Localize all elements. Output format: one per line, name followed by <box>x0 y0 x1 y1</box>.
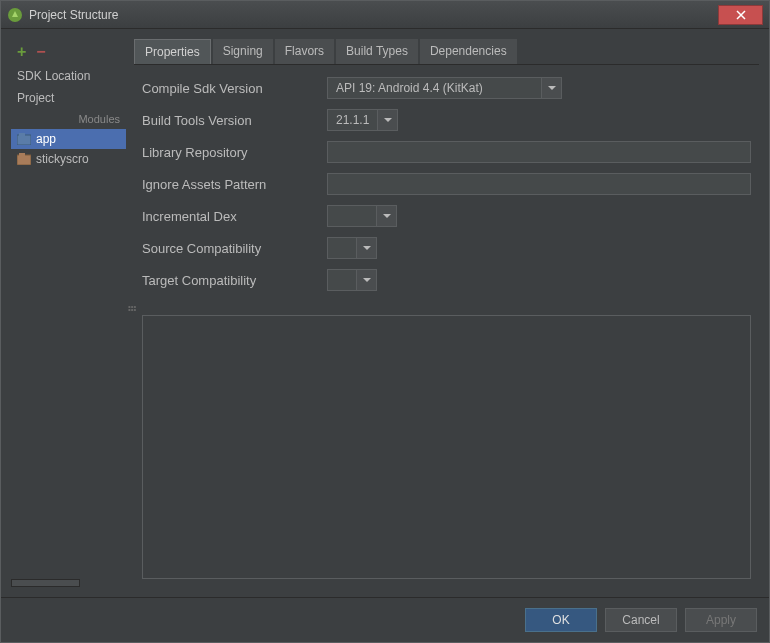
tab-build-types[interactable]: Build Types <box>336 39 418 64</box>
titlebar: Project Structure <box>1 1 769 29</box>
module-icon <box>17 153 31 165</box>
compile-sdk-value: API 19: Android 4.4 (KitKat) <box>327 77 542 99</box>
module-label: stickyscro <box>36 152 89 166</box>
apply-button[interactable]: Apply <box>685 608 757 632</box>
source-compat-combo[interactable] <box>327 237 377 259</box>
module-icon <box>17 133 31 145</box>
module-item-app[interactable]: app <box>11 129 126 149</box>
tab-dependencies[interactable]: Dependencies <box>420 39 517 64</box>
incremental-dex-combo[interactable] <box>327 205 397 227</box>
target-compat-value <box>327 269 357 291</box>
main-area: + − SDK Location Project Modules app sti <box>11 39 759 587</box>
build-tools-label: Build Tools Version <box>142 113 317 128</box>
svg-rect-2 <box>19 133 25 136</box>
tab-properties[interactable]: Properties <box>134 39 211 64</box>
chevron-down-icon[interactable] <box>378 109 398 131</box>
sidebar-toolbar: + − <box>11 39 126 65</box>
remove-icon[interactable]: − <box>36 43 45 61</box>
add-icon[interactable]: + <box>17 43 26 61</box>
button-bar: OK Cancel Apply <box>1 597 769 642</box>
row-source-compat: Source Compatibility <box>142 237 751 259</box>
right-panel: Properties Signing Flavors Build Types D… <box>134 39 759 587</box>
content-area: + − SDK Location Project Modules app sti <box>1 29 769 597</box>
sidebar-scrollbar[interactable] <box>11 579 80 587</box>
svg-rect-1 <box>17 135 31 145</box>
app-icon <box>7 7 23 23</box>
library-repo-input[interactable] <box>327 141 751 163</box>
chevron-down-icon[interactable] <box>357 237 377 259</box>
split-handle[interactable]: •••••• <box>128 305 134 311</box>
row-build-tools: Build Tools Version 21.1.1 <box>142 109 751 131</box>
sidebar-item-sdk-location[interactable]: SDK Location <box>11 65 126 87</box>
cancel-button[interactable]: Cancel <box>605 608 677 632</box>
row-ignore-assets: Ignore Assets Pattern <box>142 173 751 195</box>
module-item-stickyscro[interactable]: stickyscro <box>11 149 126 169</box>
row-incremental-dex: Incremental Dex <box>142 205 751 227</box>
build-tools-value: 21.1.1 <box>327 109 378 131</box>
source-compat-value <box>327 237 357 259</box>
svg-rect-4 <box>19 153 25 156</box>
row-target-compat: Target Compatibility <box>142 269 751 291</box>
ignore-assets-input[interactable] <box>327 173 751 195</box>
tabs: Properties Signing Flavors Build Types D… <box>134 39 759 65</box>
close-icon <box>736 10 746 20</box>
close-button[interactable] <box>718 5 763 25</box>
library-repo-label: Library Repository <box>142 145 317 160</box>
incremental-dex-label: Incremental Dex <box>142 209 317 224</box>
target-compat-label: Target Compatibility <box>142 273 317 288</box>
modules-header: Modules <box>11 109 126 129</box>
build-tools-combo[interactable]: 21.1.1 <box>327 109 398 131</box>
row-library-repo: Library Repository <box>142 141 751 163</box>
chevron-down-icon[interactable] <box>357 269 377 291</box>
tab-flavors[interactable]: Flavors <box>275 39 334 64</box>
compile-sdk-label: Compile Sdk Version <box>142 81 317 96</box>
target-compat-combo[interactable] <box>327 269 377 291</box>
window-title: Project Structure <box>29 8 718 22</box>
ignore-assets-label: Ignore Assets Pattern <box>142 177 317 192</box>
incremental-dex-value <box>327 205 377 227</box>
sidebar: + − SDK Location Project Modules app sti <box>11 39 126 587</box>
sidebar-item-project[interactable]: Project <box>11 87 126 109</box>
compile-sdk-combo[interactable]: API 19: Android 4.4 (KitKat) <box>327 77 562 99</box>
source-compat-label: Source Compatibility <box>142 241 317 256</box>
svg-rect-3 <box>17 155 31 165</box>
chevron-down-icon[interactable] <box>542 77 562 99</box>
ok-button[interactable]: OK <box>525 608 597 632</box>
row-compile-sdk: Compile Sdk Version API 19: Android 4.4 … <box>142 77 751 99</box>
properties-form: Compile Sdk Version API 19: Android 4.4 … <box>134 65 759 303</box>
detail-panel <box>142 315 751 579</box>
module-label: app <box>36 132 56 146</box>
chevron-down-icon[interactable] <box>377 205 397 227</box>
project-structure-window: Project Structure + − SDK Location Proje… <box>0 0 770 643</box>
tab-signing[interactable]: Signing <box>213 39 273 64</box>
